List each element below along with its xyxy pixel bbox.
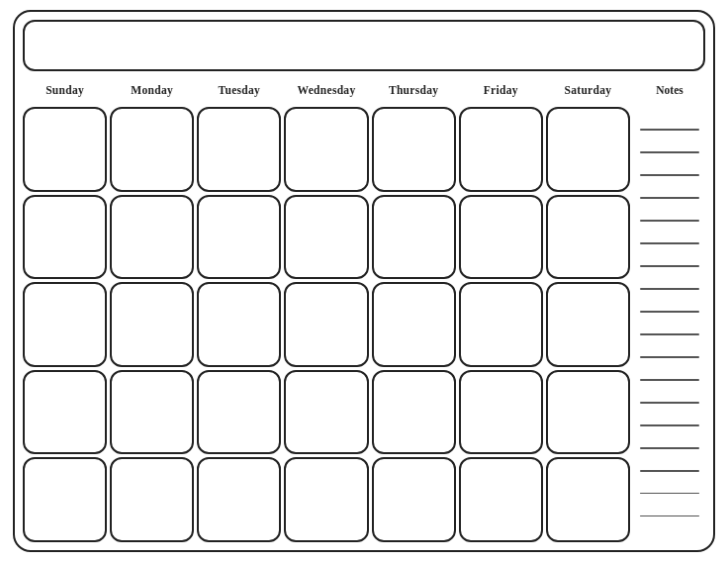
cell-r3-c7[interactable] [546, 282, 630, 367]
cell-r4-c4[interactable] [284, 370, 368, 455]
grid-row-1 [23, 107, 630, 192]
notes-line [640, 311, 699, 313]
grid-row-2 [23, 195, 630, 280]
notes-line [640, 493, 699, 495]
cell-r1-c2[interactable] [110, 107, 194, 192]
cell-r4-c5[interactable] [372, 370, 456, 455]
notes-lines[interactable] [634, 104, 705, 542]
cell-r1-c7[interactable] [546, 107, 630, 192]
header-saturday: Saturday [546, 76, 630, 104]
cell-r2-c4[interactable] [284, 195, 368, 280]
header-sunday: Sunday [23, 76, 107, 104]
grid-row-5 [23, 457, 630, 542]
cell-r5-c6[interactable] [459, 457, 543, 542]
header-wednesday: Wednesday [284, 76, 368, 104]
cell-r5-c4[interactable] [284, 457, 368, 542]
cell-r5-c7[interactable] [546, 457, 630, 542]
day-headers: Sunday Monday Tuesday Wednesday Thursday… [23, 76, 630, 104]
cell-r1-c1[interactable] [23, 107, 107, 192]
header-friday: Friday [459, 76, 543, 104]
notes-line [640, 470, 699, 472]
notes-line [640, 424, 699, 426]
cell-r3-c1[interactable] [23, 282, 107, 367]
cell-r3-c2[interactable] [110, 282, 194, 367]
calendar-container: Sunday Monday Tuesday Wednesday Thursday… [13, 10, 715, 552]
cell-r2-c7[interactable] [546, 195, 630, 280]
header-tuesday: Tuesday [197, 76, 281, 104]
header-monday: Monday [110, 76, 194, 104]
cell-r4-c2[interactable] [110, 370, 194, 455]
cell-r1-c5[interactable] [372, 107, 456, 192]
notes-line [640, 379, 699, 381]
main-grid: Sunday Monday Tuesday Wednesday Thursday… [23, 76, 630, 542]
cell-r5-c2[interactable] [110, 457, 194, 542]
notes-line [640, 288, 699, 290]
notes-line [640, 515, 699, 517]
grid-row-3 [23, 282, 630, 367]
grid-row-4 [23, 370, 630, 455]
cell-r4-c3[interactable] [197, 370, 281, 455]
notes-line [640, 447, 699, 449]
notes-line [640, 197, 699, 199]
notes-line [640, 220, 699, 222]
cell-r4-c1[interactable] [23, 370, 107, 455]
notes-line [640, 356, 699, 358]
notes-line [640, 129, 699, 131]
cell-r2-c2[interactable] [110, 195, 194, 280]
cell-r2-c6[interactable] [459, 195, 543, 280]
notes-line [640, 265, 699, 267]
cell-r2-c1[interactable] [23, 195, 107, 280]
calendar-body: Sunday Monday Tuesday Wednesday Thursday… [23, 76, 705, 542]
cell-r2-c5[interactable] [372, 195, 456, 280]
header-thursday: Thursday [372, 76, 456, 104]
cell-r1-c6[interactable] [459, 107, 543, 192]
cell-r4-c6[interactable] [459, 370, 543, 455]
title-bar[interactable] [23, 20, 705, 71]
cell-r5-c5[interactable] [372, 457, 456, 542]
cell-r3-c6[interactable] [459, 282, 543, 367]
notes-line [640, 402, 699, 404]
cell-r4-c7[interactable] [546, 370, 630, 455]
cell-r1-c3[interactable] [197, 107, 281, 192]
cell-r5-c3[interactable] [197, 457, 281, 542]
cell-r5-c1[interactable] [23, 457, 107, 542]
cell-r2-c3[interactable] [197, 195, 281, 280]
notes-line [640, 333, 699, 335]
cell-r3-c5[interactable] [372, 282, 456, 367]
notes-header: Notes [634, 76, 705, 104]
cell-r1-c4[interactable] [284, 107, 368, 192]
notes-line [640, 242, 699, 244]
notes-line [640, 151, 699, 153]
notes-line [640, 174, 699, 176]
cell-r3-c4[interactable] [284, 282, 368, 367]
cell-r3-c3[interactable] [197, 282, 281, 367]
grid-rows [23, 107, 630, 542]
notes-panel: Notes [634, 76, 705, 542]
